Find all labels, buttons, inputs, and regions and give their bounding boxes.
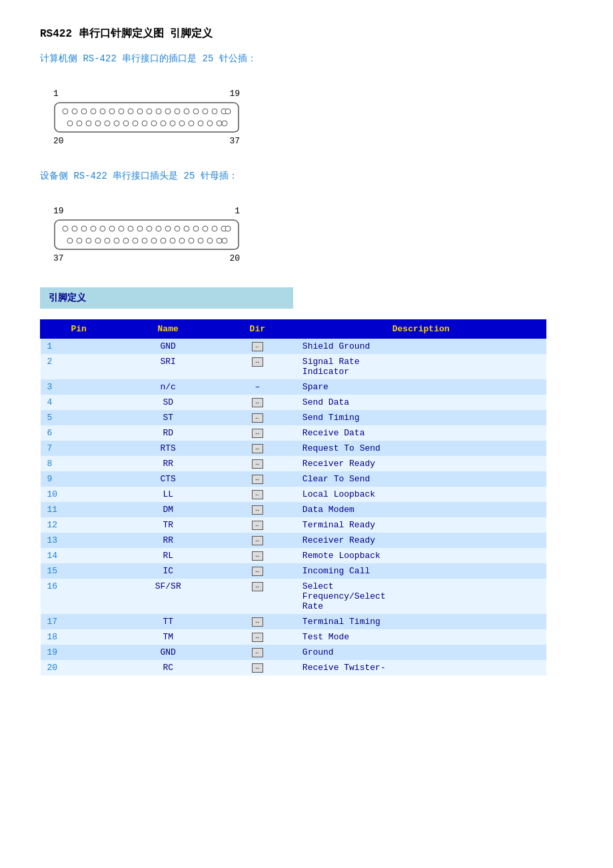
table-row: 6 RD ↔ Receive Data [41, 425, 546, 441]
svg-point-25 [123, 121, 129, 126]
cell-desc: Terminal Ready [296, 517, 546, 533]
cell-pin: 10 [41, 487, 117, 502]
svg-point-42 [109, 226, 115, 231]
svg-point-5 [109, 109, 115, 114]
cell-pin: 15 [41, 563, 117, 579]
cell-dir: ↔ [219, 425, 296, 441]
svg-point-1 [72, 109, 77, 114]
svg-point-15 [203, 109, 208, 114]
svg-point-2 [81, 109, 87, 114]
cell-desc: Ground [296, 645, 546, 660]
cell-pin: 8 [41, 456, 117, 471]
cell-desc: Spare [296, 379, 546, 395]
svg-point-41 [100, 226, 105, 231]
cell-dir: ← [219, 645, 296, 660]
col-header-pin: Pin [41, 320, 117, 339]
svg-point-43 [119, 226, 124, 231]
cell-name: GND [117, 339, 219, 355]
computer-side-section: 计算机侧 RS-422 串行接口的插口是 25 针公插： 1 19 [40, 53, 573, 150]
svg-point-33 [198, 121, 203, 126]
svg-point-62 [123, 238, 129, 243]
cell-desc: Send Data [296, 395, 546, 410]
cell-name: IC [117, 563, 219, 579]
cell-pin: 13 [41, 533, 117, 548]
cell-name: RR [117, 456, 219, 471]
cell-pin: 7 [41, 441, 117, 456]
svg-point-18 [225, 109, 231, 114]
svg-point-23 [105, 121, 110, 126]
table-row: 4 SD ↔ Send Data [41, 395, 546, 410]
cell-desc: Signal RateIndicator [296, 354, 546, 379]
cell-dir: ← [219, 487, 296, 502]
cell-name: SRI [117, 354, 219, 379]
cell-pin: 19 [41, 645, 117, 660]
cell-dir: ← [219, 339, 296, 355]
table-header-row: Pin Name Dir Description [41, 320, 546, 339]
svg-point-65 [151, 238, 157, 243]
svg-point-12 [175, 109, 180, 114]
cell-desc: Incoming Call [296, 563, 546, 579]
cell-name: ST [117, 410, 219, 425]
svg-point-30 [170, 121, 175, 126]
cell-name: TR [117, 517, 219, 533]
subtitle2: 设备侧 RS-422 串行接口插头是 25 针母插： [40, 170, 573, 182]
svg-point-64 [142, 238, 147, 243]
cell-pin: 14 [41, 548, 117, 563]
cell-dir: ← [219, 517, 296, 533]
cell-desc: Request To Send [296, 441, 546, 456]
cell-pin: 17 [41, 614, 117, 629]
cell-desc: Data Modem [296, 502, 546, 517]
svg-point-72 [217, 238, 222, 243]
svg-point-6 [119, 109, 124, 114]
svg-point-24 [114, 121, 119, 126]
page-title: RS422 串行口针脚定义图 引脚定义 [40, 27, 573, 41]
cell-pin: 9 [41, 471, 117, 487]
cell-name: RTS [117, 441, 219, 456]
table-row: 8 RR ↔ Receiver Ready [41, 456, 546, 471]
cell-name: SF/SR [117, 579, 219, 614]
svg-point-55 [225, 226, 231, 231]
svg-point-13 [184, 109, 189, 114]
pin-table: Pin Name Dir Description 1 GND ← Shield … [40, 319, 546, 675]
cell-pin: 4 [41, 395, 117, 410]
table-row: 14 RL ↔ Remote Loopback [41, 548, 546, 563]
svg-point-7 [128, 109, 133, 114]
svg-point-53 [212, 226, 217, 231]
section-title-label: 引脚定义 [49, 293, 86, 303]
cell-dir: ↔ [219, 563, 296, 579]
svg-point-9 [147, 109, 152, 114]
cell-name: DM [117, 502, 219, 517]
svg-point-35 [217, 121, 222, 126]
cell-desc: Test Mode [296, 629, 546, 645]
svg-point-67 [170, 238, 175, 243]
svg-point-60 [105, 238, 110, 243]
svg-point-39 [81, 226, 87, 231]
svg-point-26 [133, 121, 138, 126]
device-side-section: 设备侧 RS-422 串行接口插头是 25 针母插： 19 1 [40, 170, 573, 267]
svg-point-38 [72, 226, 77, 231]
svg-point-21 [86, 121, 91, 126]
cell-name: RD [117, 425, 219, 441]
svg-point-8 [137, 109, 143, 114]
cell-name: RC [117, 660, 219, 675]
col-header-name: Name [117, 320, 219, 339]
cell-name: GND [117, 645, 219, 660]
cell-pin: 11 [41, 502, 117, 517]
cell-name: RL [117, 548, 219, 563]
cell-name: LL [117, 487, 219, 502]
svg-point-37 [63, 226, 68, 231]
svg-point-66 [161, 238, 166, 243]
cell-pin: 5 [41, 410, 117, 425]
cell-dir: ↔ [219, 548, 296, 563]
table-row: 16 SF/SR ↔ SelectFrequency/SelectRate [41, 579, 546, 614]
svg-point-63 [133, 238, 138, 243]
cell-dir: – [219, 379, 296, 395]
svg-point-20 [77, 121, 82, 126]
section-title-box: 引脚定义 [40, 287, 293, 309]
svg-point-11 [165, 109, 171, 114]
svg-point-58 [86, 238, 91, 243]
cell-desc: Receive Data [296, 425, 546, 441]
cell-desc: Receive Twister- [296, 660, 546, 675]
svg-point-19 [67, 121, 73, 126]
pin-label-bottom-left-2: 37 [53, 253, 64, 263]
